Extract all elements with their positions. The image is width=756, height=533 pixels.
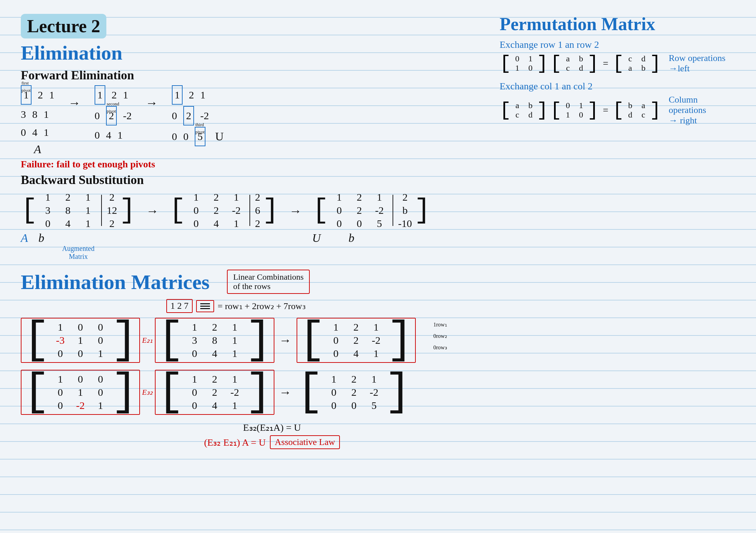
perm-col-mat1: [ a b c d ] <box>500 100 548 120</box>
exchange-col-subtitle: Exchange col 1 an col 2 <box>500 81 735 92</box>
pm1-br: ] <box>537 54 548 73</box>
s3r3a: 0 <box>172 128 177 145</box>
s3r1c: 1 <box>200 87 205 103</box>
arrow-back1: → <box>146 204 159 218</box>
s1r2a: 3 <box>21 106 26 123</box>
e32-result: [ 1 2 1 0 2 -2 0 0 5 ] <box>297 372 412 413</box>
pcm2-grid: 0 1 1 0 <box>562 100 587 120</box>
res-br: ] <box>387 322 414 358</box>
perm-mat3: [ c d a b ] <box>613 53 661 73</box>
arrow2: → <box>146 96 158 110</box>
e21-equation: [ 1 0 0 -3 1 0 0 0 1 ] E₂₁ <box>21 318 416 363</box>
pm1-grid: 0 1 1 0 <box>511 53 537 73</box>
pm2-bl: [ <box>550 54 562 73</box>
s1r1c: 1 <box>49 87 54 103</box>
perm-col-mat2: [ 0 1 1 0 ] <box>550 100 599 120</box>
e32-res-br: ] <box>385 374 412 410</box>
row-vec-line: 1 2 7 = row₁ + 2row₂ + 7row₃ <box>166 299 489 313</box>
right-section: Permutation Matrix Exchange row 1 an row… <box>500 14 735 128</box>
b-label-back: b <box>38 231 44 245</box>
forward-elimination-title: Forward Elimination <box>21 68 489 82</box>
lecture-title: Lecture 2 <box>21 14 106 38</box>
U-label-back: U <box>312 231 321 245</box>
s1r2c: 1 <box>44 106 49 123</box>
row-ops-text2: →left <box>669 63 726 74</box>
aug-bar-3 <box>393 195 393 226</box>
backward-sub-title: Backward Substitution <box>21 173 489 187</box>
pcm1-bl: [ <box>500 101 511 120</box>
s3r1b: 2 <box>189 87 194 103</box>
pivot-box-stage3-1: 1 <box>172 85 183 105</box>
bracket-left-2: [ <box>169 196 186 224</box>
row-ops-note: Row operations →left <box>669 53 726 74</box>
second-pivot-label: secondpivot <box>107 101 119 115</box>
e32-br: ] <box>111 374 138 410</box>
b-vector-3: 2 b -10 <box>396 190 414 231</box>
col-ops-text2: → right <box>669 115 735 126</box>
formula2-line: (E₃₂ E₂₁) A = U Associative Law <box>55 435 489 449</box>
e32-in-bl: [ <box>157 374 184 410</box>
s2r2c: -2 <box>123 107 132 124</box>
e21-result-bordered: [ 1 2 1 0 2 -2 0 4 1 ] <box>297 318 416 363</box>
pcm3-bl: [ <box>613 101 624 120</box>
e32-equation: [ 1 0 0 0 1 0 0 -2 1 ] E₃₂ [ <box>21 370 489 415</box>
aug-matrix-step3: [ 1 2 1 0 2 -2 0 0 5 <box>312 190 431 231</box>
row-vec-content: 1 2 7 <box>170 301 188 311</box>
e32-res-grid: 1 2 1 0 2 -2 0 0 5 <box>324 372 385 413</box>
perm-row-eq: [ 0 1 1 0 ] [ a b c d ] <box>500 53 735 74</box>
pcm2-bl: [ <box>550 101 562 120</box>
forward-stage3: 1 2 1 0 2 -2 0 0 thir <box>172 85 224 146</box>
pcm2-br: ] <box>587 101 599 120</box>
s2r3b: 4 <box>106 127 111 143</box>
perm-col-mat3: [ b a d c ] <box>613 100 661 120</box>
A-bl: [ <box>157 322 184 358</box>
matrix-step2: 1 2 1 0 2 -2 0 4 1 <box>186 190 247 231</box>
u-label: U <box>215 127 224 146</box>
bottom-formulas: E₃₂(E₂₁A) = U (E₃₂ E₂₁) A = U Associativ… <box>55 422 489 449</box>
pm3-bl: [ <box>613 54 624 73</box>
bracket-left-1: [ <box>21 196 37 224</box>
s1r3c: 1 <box>44 124 49 141</box>
left-section: Lecture 2 Elimination Forward Eliminatio… <box>21 14 489 449</box>
s2r2a: 0 <box>95 107 100 124</box>
page: Lecture 2 Elimination Forward Eliminatio… <box>0 0 756 533</box>
matrix-A-back: 1 2 1 3 8 1 0 4 1 <box>37 190 98 231</box>
formula1: E₃₂(E₂₁A) = U <box>55 422 489 433</box>
aug-bar-1 <box>101 195 102 226</box>
arrow1: → <box>68 96 81 110</box>
aug-matrix-Ab: [ 1 2 1 3 8 1 0 4 1 <box>21 190 136 231</box>
s3r2a: 0 <box>172 107 177 124</box>
e32-bl: [ <box>23 374 50 410</box>
elim-matrix-equations: [ 1 0 0 -3 1 0 0 0 1 ] E₂₁ <box>21 318 489 363</box>
res-bl: [ <box>299 322 326 358</box>
assoc-law-text: Associative Law <box>275 437 335 447</box>
ub-labels: U b <box>312 231 431 245</box>
pivot-box-stage3-2: 2 <box>183 106 194 125</box>
pcm3-grid: b a d c <box>624 100 650 120</box>
pm2-br: ] <box>587 54 599 73</box>
second-pivot-box: secondpivot 2 <box>106 106 117 125</box>
e32-input-bordered: [ 1 2 1 0 2 -2 0 4 1 ] <box>155 370 274 415</box>
line3 <box>200 308 210 309</box>
row-ops-text1: Row operations <box>669 53 726 63</box>
s1r2b: 8 <box>32 106 37 123</box>
s1r3b: 4 <box>32 124 37 141</box>
line1 <box>200 303 210 304</box>
lin-comb-box: Linear Combinationsof the rows <box>227 270 310 294</box>
third-pivot-box: thirdpivot 5 <box>195 127 205 146</box>
s1r3a: 0 <box>21 124 26 141</box>
first-pivot-label: firstpivot <box>21 80 31 94</box>
perm-equals1: = <box>603 58 608 69</box>
row-vec-bracket: 1 2 7 <box>166 299 193 313</box>
pm3-br: ] <box>650 54 661 73</box>
e32-input-grid: 1 2 1 0 2 -2 0 4 1 <box>184 372 245 413</box>
row-labels: 1row₁ 0row₂ 0row₃ <box>433 318 447 351</box>
s1r1: 2 <box>38 87 43 103</box>
arrow-back2: → <box>289 204 302 218</box>
e32-label: E₃₂ <box>142 388 153 397</box>
aug-bar-2 <box>249 195 250 226</box>
pcm3-br: ] <box>650 101 661 120</box>
aug-matrix-section: [ 1 2 1 3 8 1 0 4 1 <box>21 190 136 261</box>
e21-result-wrap: [ 1 2 1 0 2 -2 0 4 1 ] <box>297 318 416 363</box>
A-matrix-e21-bordered: [ 1 2 1 3 8 1 0 4 1 ] <box>155 318 274 363</box>
